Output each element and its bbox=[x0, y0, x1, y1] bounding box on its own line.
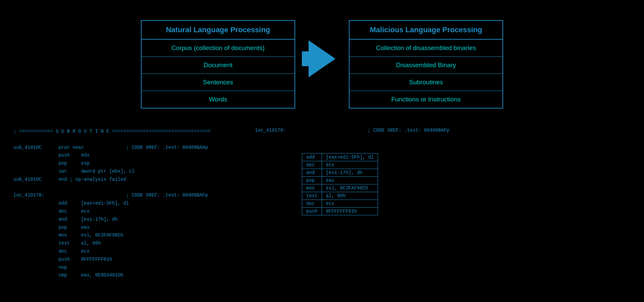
asm-line-11: and [esi-17h], dh bbox=[13, 216, 248, 224]
mlp-row-1: Disassembled Binary bbox=[350, 57, 502, 74]
asm-line-1 bbox=[13, 136, 248, 144]
instr-row-6: dececx bbox=[302, 200, 378, 208]
instr-operand-2: [esi-17h], dh bbox=[322, 169, 378, 177]
nlp-row-0: Corpus (collection of documents) bbox=[142, 40, 294, 57]
asm-line-15: dec ecx bbox=[13, 248, 248, 256]
asm-line-18: cmp eax, 0E8D4401Dh bbox=[13, 271, 248, 279]
instr-row-3: popeax bbox=[302, 177, 378, 184]
asm-line-9: add [eax+edi-5Fh], dl bbox=[13, 200, 248, 208]
mlp-row-0: Collection of disassembled binaries bbox=[350, 40, 502, 57]
arrow-right-icon bbox=[295, 20, 349, 77]
mlp-row-2: Subroutines bbox=[350, 74, 502, 91]
instr-opcode-0: add bbox=[302, 154, 322, 161]
asm-line-0: ; ============ S U B R O U T I N E =====… bbox=[13, 128, 248, 136]
nlp-row-2: Sentences bbox=[142, 74, 294, 91]
instructions-table-container: add[eax+edi-5Fh], dldececxand[esi-17h], … bbox=[302, 153, 378, 215]
asm-line-2: sub_41016C proc near ; CODE XREF: .text:… bbox=[13, 144, 248, 152]
asm-line-4: pop esp bbox=[13, 160, 248, 168]
instr-opcode-6: dec bbox=[302, 200, 322, 208]
mlp-header: Malicious Language Processing bbox=[350, 21, 502, 40]
asm-line-7 bbox=[13, 184, 248, 192]
asm-line-8: loc_410170: ; CODE XREF: .text: 00406BAF… bbox=[13, 191, 248, 200]
instr-opcode-2: and bbox=[302, 169, 322, 177]
instr-row-7: push0FFFFFFF81h bbox=[302, 208, 378, 215]
asm-right-label: loc_410170: ; CODE XREF: .text: 00406BAF… bbox=[255, 128, 449, 133]
asm-line-14: test al, 96h bbox=[13, 240, 248, 248]
instr-opcode-4: mov bbox=[302, 184, 322, 192]
asm-line-10: dec ecx bbox=[13, 208, 248, 216]
nlp-row-1: Document bbox=[142, 57, 294, 74]
asm-line-17: nop bbox=[13, 264, 248, 272]
instr-operand-5: al, 96h bbox=[322, 192, 378, 200]
instr-opcode-5: test bbox=[302, 192, 322, 200]
asm-line-13: mov esi, 0C3FAF98Ch bbox=[13, 231, 248, 240]
instr-operand-4: esi, 0C3FAF98Ch bbox=[322, 184, 378, 192]
asm-line-12: pop eax bbox=[13, 224, 248, 232]
mlp-row-3: Functions or Instructions bbox=[350, 91, 502, 108]
nlp-header: Natural Language Processing bbox=[142, 21, 294, 40]
instr-operand-3: eax bbox=[322, 177, 378, 184]
instr-operand-7: 0FFFFFFF81h bbox=[322, 208, 378, 215]
instr-table: add[eax+edi-5Fh], dldececxand[esi-17h], … bbox=[302, 153, 378, 215]
instr-row-5: testal, 96h bbox=[302, 192, 378, 200]
nlp-table: Natural Language Processing Corpus (coll… bbox=[141, 20, 295, 109]
asm-left-panel: ; ============ S U B R O U T I N E =====… bbox=[13, 128, 248, 279]
arrow-shape bbox=[309, 40, 335, 77]
instr-operand-0: [eax+edi-5Fh], dl bbox=[322, 154, 378, 161]
instr-row-0: add[eax+edi-5Fh], dl bbox=[302, 154, 378, 161]
mlp-table: Malicious Language Processing Collection… bbox=[349, 20, 503, 109]
instr-opcode-1: dec bbox=[302, 161, 322, 169]
nlp-row-3: Words bbox=[142, 91, 294, 108]
asm-line-16: push 0FFFFFFF81h bbox=[13, 256, 248, 264]
instr-opcode-7: push bbox=[302, 208, 322, 215]
asm-line-6: sub_41016C end ; sp-analysis failed bbox=[13, 176, 248, 184]
asm-line-3: push edx bbox=[13, 152, 248, 160]
instr-operand-6: ecx bbox=[322, 200, 378, 208]
asm-line-5: sar dword ptr [ebx], cl bbox=[13, 168, 248, 176]
instr-operand-1: ecx bbox=[322, 161, 378, 169]
instr-row-2: and[esi-17h], dh bbox=[302, 169, 378, 177]
instr-row-1: dececx bbox=[302, 161, 378, 169]
instr-opcode-3: pop bbox=[302, 177, 322, 184]
instr-row-4: movesi, 0C3FAF98Ch bbox=[302, 184, 378, 192]
